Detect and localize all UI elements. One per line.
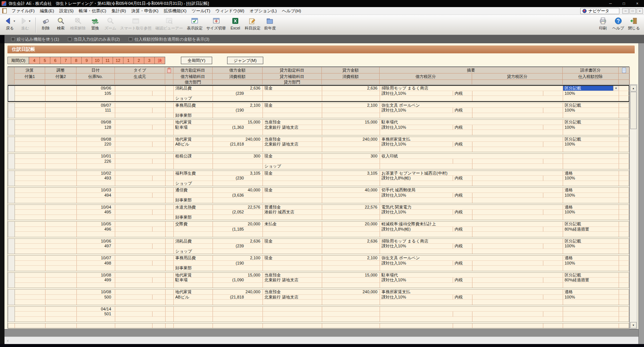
help-button[interactable]: ヘルプ <box>610 16 626 35</box>
journal-entry[interactable]: 10/02福利厚生費3,105現金3,105お茶菓子 セブンマート城西店(中村)… <box>8 171 629 187</box>
debit-tax-amount-cell[interactable]: (1,363 <box>213 125 263 130</box>
debit-tax-mode-cell[interactable]: 内税 <box>453 142 472 147</box>
scrollbar-thumb[interactable] <box>630 92 637 129</box>
debit-tax-amount-cell[interactable]: (3,636 <box>213 193 263 198</box>
invoice-class-cell[interactable]: 区分記載 <box>563 222 619 227</box>
note-cell[interactable] <box>619 142 629 147</box>
debit-tax-amount-cell[interactable]: (2,052 <box>213 210 263 215</box>
debit-account-cell[interactable]: 通信費 <box>174 188 213 193</box>
credit-tax-class-cell[interactable] <box>472 244 543 249</box>
journal-entry[interactable]: 10/08地代家賃15,000当座預金15,000駐車場代区分記載499駐車場(… <box>8 272 629 288</box>
period-tab-9[interactable]: 9 <box>81 57 92 64</box>
scroll-up-icon[interactable]: ▲ <box>630 85 637 91</box>
summary-cell[interactable]: 弥生文具 ボールペン <box>380 103 563 108</box>
debit-account-cell[interactable]: 福利厚生費 <box>174 171 213 176</box>
debit-tax-class-cell[interactable]: 課対仕入10% <box>380 91 453 96</box>
credit-dept-cell[interactable] <box>263 317 322 322</box>
invoice-class-cell[interactable]: 適格 <box>563 256 619 261</box>
deduction-cell[interactable]: 100% <box>563 244 619 249</box>
credit-account-cell[interactable]: 現金 <box>263 154 322 159</box>
credit-account-cell[interactable]: 現金 <box>263 103 322 108</box>
debit-amount-cell[interactable]: 300 <box>213 154 263 159</box>
debit-dept-cell[interactable] <box>174 164 213 169</box>
fiscal-cell[interactable] <box>15 154 45 159</box>
tag1-cell[interactable] <box>15 125 45 130</box>
tag1-cell[interactable] <box>15 193 45 198</box>
tag2-cell[interactable] <box>45 210 77 215</box>
journal-entry[interactable]: 10/07事務用品費2,100現金2,100弥生文具 ボールペン適格498(19… <box>8 255 629 271</box>
credit-tax-class-cell[interactable] <box>472 193 543 198</box>
type-cell[interactable] <box>115 290 166 295</box>
tag1-cell[interactable] <box>15 108 45 113</box>
debit-account-cell[interactable]: 地代家賃 <box>174 290 213 295</box>
type-cell[interactable] <box>115 256 166 261</box>
menu-item[interactable]: ヘルプ(H) <box>279 8 304 14</box>
debit-sub-cell[interactable]: ABビル <box>174 142 213 147</box>
tag2-cell[interactable] <box>45 227 77 232</box>
credit-sub-cell[interactable]: 北東銀行 築地支店 <box>263 295 322 300</box>
voucher-no-cell[interactable]: 128 <box>77 125 115 130</box>
tag1-cell[interactable] <box>15 295 45 300</box>
debit-amount-cell[interactable]: 40,000 <box>213 188 263 193</box>
credit-sub-cell[interactable]: 北東銀行 築地支店 <box>263 125 322 130</box>
entry-selector[interactable] <box>8 103 15 118</box>
period-tab-11[interactable]: 11 <box>102 57 113 64</box>
entry-selector[interactable] <box>8 256 15 271</box>
deduction-cell[interactable]: 100% <box>563 108 619 113</box>
debit-dept-cell[interactable] <box>174 300 213 305</box>
debit-tax-class-cell[interactable]: 課対仕入10% <box>380 295 453 300</box>
back-button[interactable]: ▼戻る <box>2 16 18 35</box>
source-sub-cell[interactable] <box>153 159 166 164</box>
credit-amount-cell[interactable]: 2,636 <box>322 86 380 91</box>
note-cell[interactable] <box>619 171 629 176</box>
journal-entry[interactable]: 10/03通信費40,000現金40,000切手代 城西郵便局適格494(3,6… <box>8 187 629 203</box>
menu-item[interactable]: 編集(E) <box>37 8 57 14</box>
debit-sub-cell[interactable] <box>174 227 213 232</box>
note-cell[interactable] <box>619 154 629 159</box>
date-cell[interactable]: 10/05 <box>77 222 115 227</box>
debit-sub-cell[interactable] <box>174 261 213 266</box>
debit-tax-class-cell[interactable]: 課対仕入10% <box>380 278 453 283</box>
note-cell[interactable] <box>619 239 629 244</box>
credit-tax-amount-cell[interactable] <box>322 142 380 147</box>
credit-tax-mode-cell[interactable] <box>543 108 563 113</box>
debit-tax-amount-cell[interactable]: (239 <box>213 244 263 249</box>
note-cell[interactable] <box>619 103 629 108</box>
credit-tax-mode-cell[interactable] <box>543 193 563 198</box>
date-cell[interactable]: 10/02 <box>77 171 115 176</box>
tag2-cell[interactable] <box>45 261 77 266</box>
debit-tax-class-cell[interactable]: 課対仕入10% <box>380 142 453 147</box>
credit-amount-cell[interactable]: 3,105 <box>322 171 380 176</box>
type-cell[interactable] <box>115 222 166 227</box>
menu-item[interactable]: ツール(T) <box>189 8 213 14</box>
note-cell[interactable] <box>619 222 629 227</box>
note-cell[interactable] <box>619 261 629 266</box>
summary-cell[interactable]: 事務所家賃支払 <box>380 290 563 295</box>
date-cell[interactable]: 04/14 <box>77 307 115 312</box>
debit-amount-cell[interactable]: 15,000 <box>213 120 263 125</box>
fiscal-cell[interactable] <box>15 205 45 210</box>
debit-tax-mode-cell[interactable]: 内税 <box>453 176 472 181</box>
debit-dept-cell[interactable]: ショップ <box>174 181 213 186</box>
credit-amount-cell[interactable]: 22,576 <box>322 205 380 210</box>
credit-account-cell[interactable]: 未払金 <box>263 222 322 227</box>
fiscal-cell[interactable] <box>15 188 45 193</box>
debit-amount-cell[interactable] <box>213 307 263 312</box>
date-cell[interactable]: 10/03 <box>77 188 115 193</box>
debit-account-cell[interactable]: 消耗品費 <box>174 239 213 244</box>
source-sub-cell[interactable] <box>153 125 166 130</box>
note-cell[interactable] <box>619 210 629 215</box>
debit-dept-cell[interactable] <box>174 130 213 135</box>
tag2-cell[interactable] <box>45 91 77 96</box>
period-tab-1[interactable]: 1 <box>123 57 133 64</box>
document-icon[interactable] <box>2 8 7 13</box>
credit-dept-cell[interactable] <box>263 300 322 305</box>
fiscal-cell[interactable] <box>15 222 45 227</box>
credit-amount-cell[interactable]: 240,000 <box>322 290 380 295</box>
tag2-cell[interactable] <box>45 312 77 317</box>
period-tab-3[interactable]: 3 <box>144 57 154 64</box>
dropdown-caret-icon[interactable]: ▼ <box>13 20 16 22</box>
deduction-cell[interactable]: 100% <box>563 91 619 96</box>
checkbox[interactable] <box>11 37 15 41</box>
debit-tax-class-cell[interactable]: 課対仕入10% <box>380 125 453 130</box>
